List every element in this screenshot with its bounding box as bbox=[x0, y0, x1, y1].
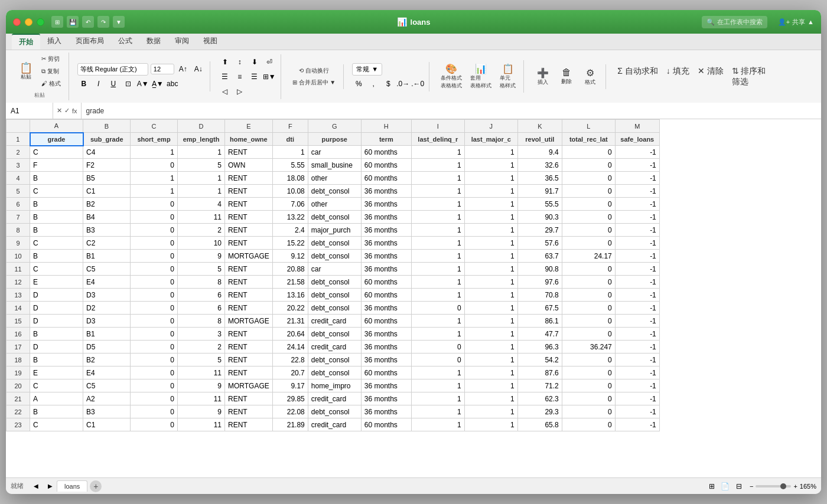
table-cell[interactable]: 1 bbox=[464, 315, 517, 328]
table-cell[interactable]: 0 bbox=[131, 198, 178, 211]
table-cell[interactable]: 0 bbox=[562, 354, 615, 366]
table-cell[interactable]: B4 bbox=[83, 211, 131, 224]
redo-icon[interactable]: ↷ bbox=[97, 16, 109, 28]
table-cell[interactable]: B3 bbox=[83, 405, 131, 418]
table-cell[interactable]: 0 bbox=[562, 418, 615, 431]
format-paint-button[interactable]: 🖌 格式 bbox=[38, 78, 64, 89]
table-cell[interactable]: 0 bbox=[562, 172, 615, 185]
table-cell[interactable]: 9 bbox=[178, 250, 225, 263]
table-cell[interactable]: D3 bbox=[83, 315, 131, 328]
table-cell[interactable]: 9.4 bbox=[517, 146, 562, 159]
table-cell[interactable]: 1 bbox=[464, 237, 517, 250]
conditional-format-button[interactable]: 🎨 条件格式表格格式 bbox=[438, 61, 465, 91]
row-header-23[interactable]: 23 bbox=[6, 418, 30, 431]
table-cell[interactable]: 4 bbox=[178, 198, 225, 211]
align-middle-button[interactable]: ↕ bbox=[233, 55, 246, 68]
table-cell[interactable]: 13.22 bbox=[272, 211, 308, 224]
header-cell-I[interactable]: last_delinq_r bbox=[411, 133, 464, 146]
table-cell[interactable]: 1 bbox=[464, 418, 517, 431]
table-cell[interactable]: 0 bbox=[562, 405, 615, 418]
table-cell[interactable]: RENT bbox=[225, 276, 273, 289]
table-cell[interactable]: 60 months bbox=[361, 146, 411, 159]
sort-filter-button[interactable]: ⇅ 排序和筛选 bbox=[729, 64, 769, 89]
table-cell[interactable]: 21.58 bbox=[272, 276, 308, 289]
table-cell[interactable]: RENT bbox=[225, 405, 273, 418]
table-cell[interactable]: B1 bbox=[83, 250, 131, 263]
table-cell[interactable]: 65.8 bbox=[517, 418, 562, 431]
table-cell[interactable]: small_busine bbox=[308, 159, 361, 172]
table-cell[interactable]: RENT bbox=[225, 185, 273, 198]
col-header-K[interactable]: K bbox=[517, 120, 562, 133]
thousands-button[interactable]: , bbox=[367, 77, 380, 90]
merge-center-button[interactable]: ⊞ 合并后居中 ▼ bbox=[289, 77, 338, 88]
table-cell[interactable]: B bbox=[30, 354, 83, 366]
table-cell[interactable]: C bbox=[30, 418, 83, 431]
table-cell[interactable]: 8 bbox=[178, 276, 225, 289]
table-cell[interactable]: 1 bbox=[464, 302, 517, 315]
table-cell[interactable]: 1 bbox=[411, 250, 464, 263]
increase-font-btn[interactable]: A↑ bbox=[177, 63, 190, 76]
table-cell[interactable]: 21.31 bbox=[272, 315, 308, 328]
table-cell[interactable]: 1 bbox=[411, 276, 464, 289]
row-header-5[interactable]: 5 bbox=[6, 185, 30, 198]
row-header-2[interactable]: 2 bbox=[6, 146, 30, 159]
table-cell[interactable]: 10.08 bbox=[272, 185, 308, 198]
font-size-selector[interactable]: 12 bbox=[151, 64, 174, 74]
sheet-tab-loans[interactable]: loans bbox=[57, 480, 87, 492]
table-cell[interactable]: RENT bbox=[225, 341, 273, 354]
row-header-20[interactable]: 20 bbox=[6, 379, 30, 392]
table-cell[interactable]: -1 bbox=[615, 405, 659, 418]
table-cell[interactable]: 1 bbox=[464, 198, 517, 211]
table-cell[interactable]: RENT bbox=[225, 172, 273, 185]
table-cell[interactable]: 1 bbox=[464, 328, 517, 341]
italic-button[interactable]: I bbox=[92, 77, 105, 90]
table-cell[interactable]: 60 months bbox=[361, 159, 411, 172]
autosum-button[interactable]: Σ 自动求和 bbox=[614, 64, 661, 89]
table-cell[interactable]: 60 months bbox=[361, 276, 411, 289]
row-header-15[interactable]: 15 bbox=[6, 315, 30, 328]
table-cell[interactable]: 9.17 bbox=[272, 379, 308, 392]
table-cell[interactable]: credit_card bbox=[308, 341, 361, 354]
table-cell[interactable]: 1 bbox=[411, 224, 464, 237]
table-cell[interactable]: 62.3 bbox=[517, 392, 562, 405]
row-header-8[interactable]: 8 bbox=[6, 224, 30, 237]
table-cell[interactable]: 0 bbox=[131, 379, 178, 392]
table-cell[interactable]: 86.1 bbox=[517, 315, 562, 328]
table-cell[interactable]: MORTGAGE bbox=[225, 315, 273, 328]
table-cell[interactable]: 1 bbox=[411, 198, 464, 211]
table-cell[interactable]: B2 bbox=[83, 354, 131, 366]
table-cell[interactable]: 32.6 bbox=[517, 159, 562, 172]
table-cell[interactable]: 0 bbox=[562, 302, 615, 315]
table-cell[interactable]: C1 bbox=[83, 185, 131, 198]
row-header-11[interactable]: 11 bbox=[6, 263, 30, 276]
table-cell[interactable]: 91.7 bbox=[517, 185, 562, 198]
align-center-button[interactable]: ≡ bbox=[233, 70, 246, 83]
table-cell[interactable]: B2 bbox=[83, 198, 131, 211]
table-cell[interactable]: 60 months bbox=[361, 289, 411, 302]
table-cell[interactable]: credit_card bbox=[308, 418, 361, 431]
table-cell[interactable]: 0 bbox=[131, 392, 178, 405]
search-box[interactable]: 🔍 在工作表中搜索 bbox=[702, 16, 767, 28]
table-cell[interactable]: RENT bbox=[225, 237, 273, 250]
table-cell[interactable]: 1 bbox=[464, 250, 517, 263]
table-cell[interactable]: -1 bbox=[615, 146, 659, 159]
table-cell[interactable]: 1 bbox=[411, 263, 464, 276]
table-cell[interactable]: 54.2 bbox=[517, 354, 562, 366]
header-cell-H[interactable]: term bbox=[361, 133, 411, 146]
align-right-button[interactable]: ☰ bbox=[248, 70, 261, 83]
table-cell[interactable]: car bbox=[308, 263, 361, 276]
table-cell[interactable]: 0 bbox=[562, 315, 615, 328]
table-cell[interactable]: major_purch bbox=[308, 224, 361, 237]
table-cell[interactable]: 10 bbox=[178, 237, 225, 250]
table-cell[interactable]: 36 months bbox=[361, 302, 411, 315]
table-cell[interactable]: -1 bbox=[615, 354, 659, 366]
table-cell[interactable]: 1 bbox=[131, 185, 178, 198]
font-color-button[interactable]: A̲▼ bbox=[151, 77, 164, 90]
prev-sheet-btn[interactable]: ◀ bbox=[30, 480, 43, 493]
table-cell[interactable]: -1 bbox=[615, 276, 659, 289]
col-header-C[interactable]: C bbox=[131, 120, 178, 133]
number-format-selector[interactable]: 常规 ▼ bbox=[352, 63, 382, 76]
align-bottom-button[interactable]: ⬇ bbox=[248, 55, 261, 68]
row-header-14[interactable]: 14 bbox=[6, 302, 30, 315]
underline-button[interactable]: U bbox=[107, 77, 120, 90]
